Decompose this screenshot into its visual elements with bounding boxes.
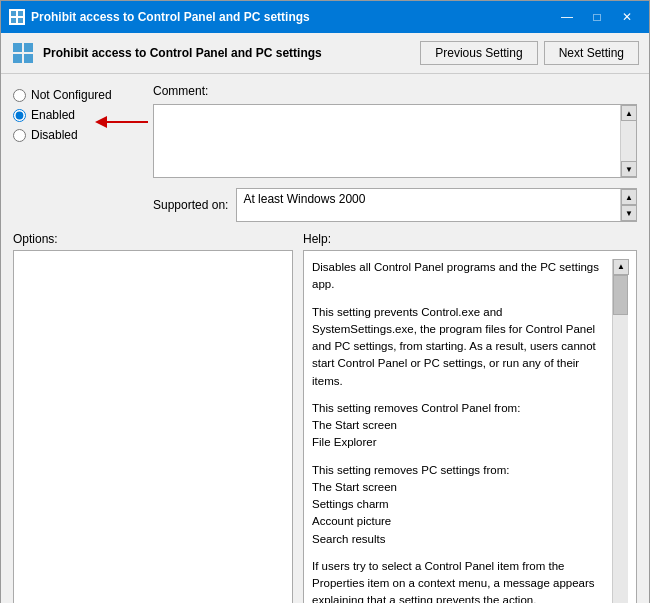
window-icon (9, 9, 25, 25)
header-bar: Prohibit access to Control Panel and PC … (1, 33, 649, 74)
comment-scroll-down[interactable]: ▼ (621, 161, 637, 177)
svg-rect-2 (11, 18, 16, 23)
supported-scroll-up[interactable]: ▲ (621, 189, 637, 205)
help-scroll-up[interactable]: ▲ (613, 259, 629, 275)
options-box (13, 250, 293, 603)
help-content: Disables all Control Panel programs and … (312, 259, 612, 603)
help-box: Disables all Control Panel programs and … (303, 250, 637, 603)
help-scroll-thumb[interactable] (613, 275, 628, 315)
radio-disabled[interactable]: Disabled (13, 128, 143, 142)
supported-row: Supported on: At least Windows 2000 ▲ ▼ (153, 188, 637, 222)
help-panel: Help: Disables all Control Panel program… (303, 232, 637, 603)
bottom-section: Options: Help: Disables all Control Pane… (13, 232, 637, 603)
comment-label: Comment: (153, 84, 637, 98)
comment-textarea[interactable] (154, 105, 620, 177)
help-scroll-track (613, 275, 628, 603)
title-bar-controls: — □ ✕ (553, 7, 641, 27)
radio-disabled-label: Disabled (31, 128, 78, 142)
top-section: Not Configured Enabled Disabled (13, 84, 637, 222)
supported-scroll-down[interactable]: ▼ (621, 205, 637, 221)
svg-rect-1 (18, 11, 23, 16)
supported-label: Supported on: (153, 198, 228, 212)
main-window: Prohibit access to Control Panel and PC … (0, 0, 650, 603)
radio-not-configured-label: Not Configured (31, 88, 112, 102)
radio-enabled-input[interactable] (13, 109, 26, 122)
close-button[interactable]: ✕ (613, 7, 641, 27)
comment-scroll-up[interactable]: ▲ (621, 105, 637, 121)
svg-rect-7 (24, 54, 33, 63)
next-setting-button[interactable]: Next Setting (544, 41, 639, 65)
svg-rect-5 (24, 43, 33, 52)
radio-enabled-label: Enabled (31, 108, 75, 122)
header-buttons: Previous Setting Next Setting (420, 41, 639, 65)
radio-not-configured[interactable]: Not Configured (13, 88, 143, 102)
radio-not-configured-input[interactable] (13, 89, 26, 102)
header-icon (11, 41, 35, 65)
supported-value: At least Windows 2000 (237, 189, 620, 221)
radio-section: Not Configured Enabled Disabled (13, 84, 143, 222)
svg-rect-4 (13, 43, 22, 52)
title-text: Prohibit access to Control Panel and PC … (31, 10, 310, 24)
maximize-button[interactable]: □ (583, 7, 611, 27)
comment-area: Comment: ▲ ▼ Supported on: At least Wind… (153, 84, 637, 222)
options-label: Options: (13, 232, 293, 246)
header-title: Prohibit access to Control Panel and PC … (43, 46, 412, 60)
radio-enabled[interactable]: Enabled (13, 108, 143, 122)
svg-rect-3 (18, 18, 23, 23)
main-content: Not Configured Enabled Disabled (1, 74, 649, 603)
title-bar: Prohibit access to Control Panel and PC … (1, 1, 649, 33)
options-panel: Options: (13, 232, 293, 603)
help-label: Help: (303, 232, 637, 246)
radio-disabled-input[interactable] (13, 129, 26, 142)
svg-rect-6 (13, 54, 22, 63)
radio-group: Not Configured Enabled Disabled (13, 84, 143, 142)
title-bar-left: Prohibit access to Control Panel and PC … (9, 9, 310, 25)
previous-setting-button[interactable]: Previous Setting (420, 41, 537, 65)
minimize-button[interactable]: — (553, 7, 581, 27)
help-scrollbar: ▲ ▼ (612, 259, 628, 603)
svg-rect-0 (11, 11, 16, 16)
